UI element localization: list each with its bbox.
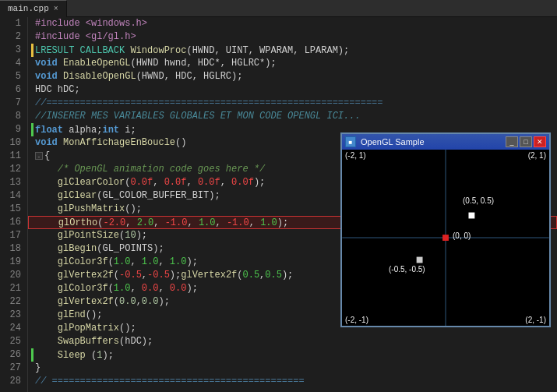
tab-bar: main.cpp × — [0, 0, 557, 17]
code-line: LRESULT CALLBACK WindowProc(HWND, UINT, … — [28, 44, 557, 57]
line-number: 4 — [6, 57, 21, 70]
gl-label-center: (0, 0) — [453, 231, 471, 240]
line-number: 8 — [6, 110, 21, 123]
code-line: #include <gl/gl.h> — [28, 30, 557, 44]
code-line: Sleep (1); — [28, 348, 557, 362]
line-number: 18 — [6, 242, 21, 256]
tab-main-cpp[interactable]: main.cpp × — [0, 0, 67, 17]
gl-label-bottom-left: (-2, -1) — [345, 316, 368, 324]
code-line: void EnableOpenGL(HWND hwnd, HDC*, HGLRC… — [28, 57, 557, 70]
line-number: 9 — [6, 123, 21, 136]
line-number: 5 — [6, 70, 21, 83]
code-line: HDC hDC; — [28, 83, 557, 97]
line-number: 3 — [6, 44, 21, 57]
opengl-window[interactable]: ■ OpenGL Sample _ □ ✕ — [340, 132, 551, 327]
gl-label-point-bottom-left: (-0.5, -0.5) — [389, 265, 425, 274]
line-number: 21 — [6, 282, 21, 295]
gl-label-top-left: (-2, 1) — [345, 151, 366, 160]
line-number: 17 — [6, 229, 21, 242]
tab-filename: main.cpp — [8, 4, 49, 13]
line-number: 2 — [6, 30, 21, 44]
code-line: void DisableOpenGL(HWND, HDC, HGLRC); — [28, 70, 557, 83]
svg-rect-6 — [417, 257, 423, 263]
line-number: 7 — [6, 97, 21, 110]
line-number: 25 — [6, 335, 21, 348]
line-number: 6 — [6, 83, 21, 97]
svg-rect-7 — [442, 235, 449, 241]
line-number: 10 — [6, 136, 21, 150]
code-line: //INSERER MES VARIABLES GLOBALES ET MON … — [28, 110, 557, 123]
line-number: 15 — [6, 203, 21, 216]
gl-title-icon: ■ — [345, 136, 356, 147]
fold-button[interactable]: - — [35, 152, 43, 160]
line-number: 12 — [6, 163, 21, 176]
code-line: SwapBuffers(hDC); — [28, 335, 557, 348]
line-number: 28 — [6, 375, 21, 388]
code-line: #include <windows.h> — [28, 17, 557, 30]
gl-canvas: (-2, 1) (2, 1) (-2, -1) (2, -1) (0, 0) (… — [342, 150, 549, 326]
line-number: 23 — [6, 309, 21, 322]
line-number: 20 — [6, 269, 21, 282]
gl-grid-svg — [342, 150, 549, 326]
line-number: 26 — [6, 348, 21, 362]
editor: 1234567891011121314151617181920212223242… — [0, 17, 557, 392]
gl-label-top-right: (2, 1) — [528, 151, 546, 160]
code-line: } — [28, 362, 557, 375]
line-number: 14 — [6, 189, 21, 203]
line-number: 1 — [6, 17, 21, 30]
line-number: 13 — [6, 176, 21, 189]
line-number: 24 — [6, 322, 21, 335]
svg-rect-5 — [468, 213, 474, 219]
gl-maximize-button[interactable]: □ — [520, 136, 532, 147]
code-line: //======================================… — [28, 97, 557, 110]
line-numbers: 1234567891011121314151617181920212223242… — [0, 17, 28, 392]
gl-title-text: OpenGL Sample — [358, 137, 504, 147]
code-line: // =====================================… — [28, 375, 557, 388]
gl-minimize-button[interactable]: _ — [506, 136, 518, 147]
gl-label-point-top-right: (0.5, 0.5) — [463, 196, 494, 205]
line-number: 16 — [6, 216, 21, 229]
gl-label-bottom-right: (2, -1) — [525, 316, 546, 324]
gl-titlebar: ■ OpenGL Sample _ □ ✕ — [342, 134, 549, 150]
line-number: 22 — [6, 295, 21, 309]
gl-close-button[interactable]: ✕ — [534, 136, 546, 147]
tab-close-button[interactable]: × — [54, 5, 58, 13]
line-number: 11 — [6, 150, 21, 163]
line-number: 19 — [6, 256, 21, 269]
line-number: 27 — [6, 362, 21, 375]
